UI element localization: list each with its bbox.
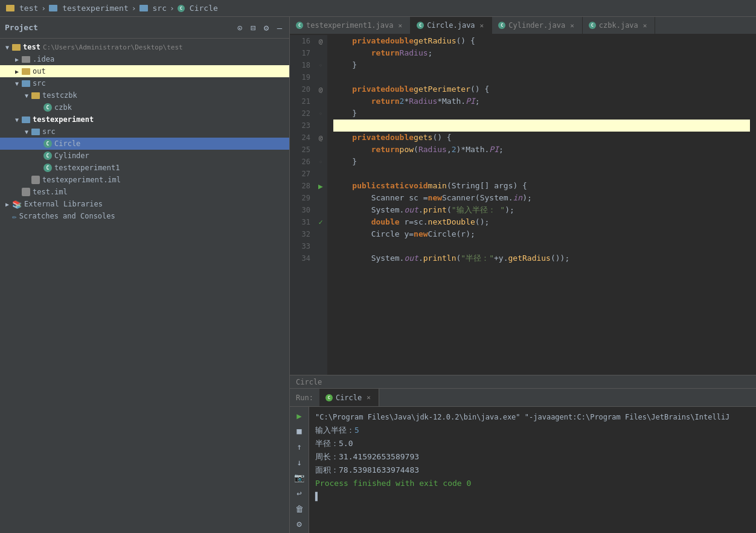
tab-close-circle[interactable]: ✕: [478, 21, 486, 30]
sidebar: Project ⊙ ⊟ ⚙ — ▼ test C:\Users\Administ…: [0, 17, 290, 533]
code-line-16: private double getRadius() {: [333, 35, 750, 47]
tree-item-src2[interactable]: ▼ src: [0, 126, 289, 138]
tree-item-circle[interactable]: ▶ C Circle: [0, 138, 289, 150]
tree-arrow-out: ▶: [12, 66, 22, 76]
run-tab-close[interactable]: ✕: [365, 393, 373, 402]
run-panel-body: ▶ ■ ↑ ↓ 📷 ↩ 🗑 ⚙ "C:\Program Files\Java\j…: [290, 407, 756, 533]
tab-icon-circle: C: [417, 22, 424, 29]
run-tabs: Run: C Circle ✕: [290, 389, 756, 407]
tree-arrow-testczbk: ▼: [22, 91, 31, 100]
tree-label-testczbk: testczbk: [42, 91, 77, 100]
tree-item-testexperiment1[interactable]: ▶ C testexperiment1: [0, 162, 289, 174]
tab-label-testexperiment1: testexperiment1.java: [306, 21, 394, 30]
tree-item-test-iml[interactable]: ▶ test.iml: [0, 186, 289, 198]
tree-label-scratches: Scratches and Consoles: [19, 212, 115, 220]
tree-item-src[interactable]: ▼ src: [0, 77, 289, 89]
tab-circle[interactable]: C Circle.java ✕: [411, 17, 492, 34]
tree-item-scratches[interactable]: ▶ ✏ Scratches and Consoles: [0, 210, 289, 222]
ext-lib-icon: 📚: [12, 200, 22, 209]
tree-arrow-testexperiment: ▼: [12, 115, 22, 124]
tree-item-testexperiment-iml[interactable]: ▶ testexperiment.iml: [0, 174, 289, 186]
tree-item-testexperiment[interactable]: ▼ testexperiment: [0, 113, 289, 126]
tab-label-circle: Circle.java: [427, 21, 475, 30]
run-output-perimeter: 周长：31.41592653589793: [315, 450, 750, 464]
code-line-17: return Radius;: [333, 47, 750, 59]
sidebar-tree: ▼ test C:\Users\Administrator\Desktop\te…: [0, 39, 289, 533]
gutter-19: [314, 71, 327, 83]
run-stop-btn[interactable]: ■: [293, 425, 306, 438]
gutter-32: [314, 228, 327, 240]
project-folder-icon: [6, 5, 14, 11]
tree-item-test[interactable]: ▼ test C:\Users\Administrator\Desktop\te…: [0, 41, 289, 53]
gutter-29: [314, 192, 327, 204]
tab-close-testexperiment1[interactable]: ✕: [397, 21, 405, 30]
gutter-21: [314, 95, 327, 107]
breadcrumb-java-icon: C: [178, 5, 185, 12]
breadcrumb-sep2: ›: [132, 4, 136, 13]
tree-item-czbk[interactable]: ▶ C czbk: [0, 101, 289, 113]
tab-czbk[interactable]: C czbk.java ✕: [583, 17, 656, 34]
tab-cylinder[interactable]: C Cylinder.java ✕: [492, 17, 583, 34]
gutter-30: [314, 204, 327, 216]
run-toolbar: ▶ ■ ↑ ↓ 📷 ↩ 🗑 ⚙: [290, 407, 309, 533]
gutter-column: @ ◦ @ ◦ @ ◦ ▶ ✓: [314, 35, 327, 375]
tree-label-out: out: [33, 67, 46, 75]
gutter-23: [314, 120, 327, 132]
minimize-icon[interactable]: —: [275, 23, 284, 33]
gutter-28[interactable]: ▶: [314, 180, 327, 192]
run-settings-btn[interactable]: ⚙: [293, 517, 306, 531]
tabs-bar: C testexperiment1.java ✕ C Circle.java ✕…: [290, 17, 756, 35]
gutter-18: ◦: [314, 59, 327, 71]
folder-icon-out: [22, 68, 30, 75]
code-line-31: double r=sc.nextDouble();: [333, 216, 750, 228]
code-line-26: }: [333, 156, 750, 168]
run-scroll-down-btn[interactable]: ↓: [293, 456, 306, 469]
iml-icon-test: [22, 188, 30, 196]
tree-item-external-libs[interactable]: ▶ 📚 External Libraries: [0, 198, 289, 210]
tree-item-testczbk[interactable]: ▼ testczbk: [0, 89, 289, 101]
java-icon-czbk: C: [43, 103, 52, 112]
run-filter-btn[interactable]: 🗑: [293, 502, 306, 515]
code-line-24: private double gets() {: [333, 132, 750, 144]
run-output-cmd: "C:\Program Files\Java\jdk-12.0.2\bin\ja…: [315, 410, 750, 424]
run-tab-circle[interactable]: C Circle ✕: [319, 389, 379, 406]
tab-close-czbk[interactable]: ✕: [641, 21, 649, 30]
run-output: "C:\Program Files\Java\jdk-12.0.2\bin\ja…: [309, 407, 756, 533]
breadcrumb-sep1: ›: [41, 4, 46, 13]
run-scroll-up-btn[interactable]: ↑: [293, 440, 306, 453]
run-output-exit: Process finished with exit code 0: [315, 477, 750, 490]
run-camera-btn[interactable]: 📷: [293, 471, 306, 485]
folder-icon-testexperiment: [22, 116, 30, 123]
code-line-32: Circle y=new Circle(r);: [333, 228, 750, 240]
tree-arrow-src: ▼: [12, 78, 22, 88]
code-line-23: [333, 120, 750, 132]
settings-icon[interactable]: ⚙: [261, 23, 271, 33]
run-panel: Run: C Circle ✕ ▶ ■ ↑ ↓ 📷 ↩ 🗑 ⚙: [290, 388, 756, 533]
tab-testexperiment1[interactable]: C testexperiment1.java ✕: [290, 17, 411, 34]
line-numbers: 16 17 18 19 20 21 22 23 24 25 26 27 28 2…: [290, 35, 314, 375]
breadcrumb-project: test: [19, 4, 38, 13]
breadcrumb-sep3: ›: [170, 4, 175, 13]
run-output-input-prompt: 输入半径：5: [315, 424, 750, 437]
run-tab-label: Circle: [336, 394, 362, 402]
breadcrumb-circle: Circle: [190, 4, 218, 13]
run-play-btn[interactable]: ▶: [293, 409, 306, 423]
tree-item-cylinder[interactable]: ▶ C Cylinder: [0, 150, 289, 162]
folder-icon-src: [22, 80, 30, 87]
title-bar: test › testexperiment › src › C Circle: [0, 0, 756, 17]
tree-label-czbk: czbk: [54, 103, 72, 112]
tree-arrow-external-libs: ▶: [2, 199, 12, 209]
code-content: 16 17 18 19 20 21 22 23 24 25 26 27 28 2…: [290, 35, 756, 375]
gutter-27: [314, 168, 327, 180]
collapse-icon[interactable]: ⊟: [248, 23, 258, 33]
locate-icon[interactable]: ⊙: [235, 23, 245, 33]
tab-icon-cylinder: C: [498, 22, 505, 29]
run-wrap-btn[interactable]: ↩: [293, 487, 306, 500]
tree-label-cylinder: Cylinder: [54, 152, 89, 160]
run-output-area: 面积：78.53981633974483: [315, 464, 750, 477]
tree-item-out[interactable]: ▶ out: [0, 65, 289, 77]
tab-close-cylinder[interactable]: ✕: [568, 21, 576, 30]
breadcrumb-folder-icon: [49, 5, 57, 11]
tree-item-idea[interactable]: ▶ .idea: [0, 53, 289, 65]
main-area: Project ⊙ ⊟ ⚙ — ▼ test C:\Users\Administ…: [0, 17, 756, 533]
